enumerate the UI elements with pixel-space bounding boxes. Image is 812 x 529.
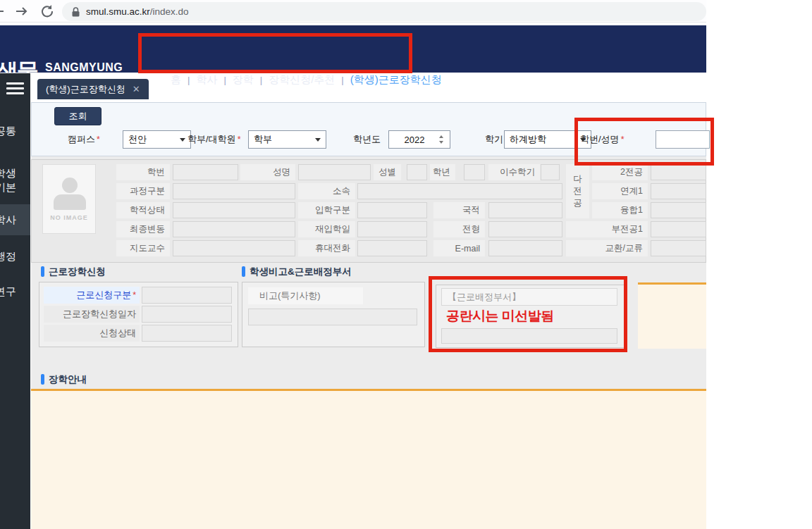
field-label-second-major: 2전공	[592, 164, 648, 180]
nav-separator: |	[187, 75, 190, 85]
field-label-last-change: 최종변동	[116, 221, 170, 237]
nav-item-janghak[interactable]: 장학	[233, 73, 254, 87]
student-query-input[interactable]	[656, 130, 710, 149]
url-text: smul.smu.ac.kr/index.do	[86, 6, 189, 17]
address-bar[interactable]: smul.smu.ac.kr/index.do	[62, 2, 706, 21]
section-title-work: 근로장학신청	[49, 266, 106, 278]
field-input-affiliation	[357, 183, 562, 199]
apply-date-input	[142, 306, 232, 323]
person-icon	[62, 178, 78, 193]
reload-icon[interactable]	[40, 4, 54, 18]
apply-type-label: 근로신청구분*	[44, 287, 140, 304]
app-header: 샘물 SANGMYUNG 통합정보시스템 홈 | 학사 | 장학 | 장학신청/…	[0, 25, 706, 73]
year-value: 2022	[405, 135, 425, 145]
field-input-enrollment-status	[173, 202, 295, 218]
field-input-admission-type	[357, 202, 427, 218]
field-input-convergence1	[651, 202, 706, 218]
sidebar-item-common[interactable]: 공통	[0, 124, 30, 138]
field-label-multi-major: 다전공	[566, 164, 589, 218]
field-label-linked1: 연계1	[592, 183, 648, 199]
tab-work-scholarship[interactable]: (학생)근로장학신청 ✕	[37, 79, 149, 99]
section-bar-icon	[41, 266, 44, 277]
field-label-minor1: 부전공1	[566, 221, 648, 237]
year-spinner[interactable]: 2022	[388, 130, 450, 149]
faculty-value: 학부	[254, 133, 272, 146]
field-label-completed-terms: 이수학기	[488, 164, 540, 180]
apply-status-input	[142, 325, 232, 342]
sidebar-item-research[interactable]: 연구	[0, 285, 30, 299]
url-path: /index.do	[150, 6, 189, 17]
section-title-guide: 장학안내	[49, 373, 87, 386]
field-label-gender: 성별	[374, 164, 401, 180]
section-title-remark: 학생비고&근로배정부서	[250, 266, 352, 278]
tab-close-icon[interactable]: ✕	[133, 84, 140, 94]
field-label-nationality: 국적	[433, 202, 485, 218]
field-label-email: E-mail	[433, 240, 485, 256]
remark-label: 비고(특기사항)	[248, 287, 363, 304]
home-icon	[154, 75, 164, 85]
field-label-student-no: 학번	[116, 164, 170, 180]
logo-title: SANGMYUNG	[45, 61, 123, 74]
hamburger-menu-icon[interactable]	[6, 82, 24, 97]
assigned-dept-header: 【근로배정부서】	[441, 288, 617, 306]
campus-value: 천안	[128, 133, 147, 146]
back-icon[interactable]	[0, 5, 5, 18]
field-label-readmission-date: 재입학일	[298, 221, 355, 237]
field-label-course-type: 과정구분	[116, 183, 170, 199]
field-input-mobile	[357, 240, 427, 256]
field-label-name: 성명	[240, 164, 295, 180]
sidebar-item-academics[interactable]: 학사	[0, 213, 30, 227]
field-label-enrollment-status: 학적상태	[116, 202, 170, 218]
term-label: 학기	[485, 133, 503, 146]
apply-type-input[interactable]	[142, 287, 232, 304]
forward-icon[interactable]	[15, 5, 29, 18]
field-label-affiliation: 소속	[298, 183, 355, 199]
sidebar: 공통 학생 기본 학사 행정 연구	[0, 73, 30, 529]
sidebar-item-student-basic[interactable]: 학생 기본	[0, 166, 30, 194]
field-input-exchange	[651, 240, 706, 256]
field-label-convergence1: 융합1	[592, 202, 648, 218]
student-query-label: 학번/성명*	[580, 133, 625, 146]
url-host: smul.smu.ac.kr	[86, 6, 150, 17]
field-input-advisor	[173, 240, 295, 256]
lock-icon	[72, 7, 80, 17]
nav-separator: |	[260, 75, 262, 85]
spinner-down-icon[interactable]	[439, 141, 443, 144]
browser-toolbar: smul.smu.ac.kr/index.do	[0, 0, 706, 23]
faculty-label: 학부/대학원*	[187, 133, 241, 146]
section-bar-icon	[242, 266, 245, 277]
required-mark: *	[97, 135, 100, 144]
annotation-dept-note: 공란시는 미선발됨	[446, 307, 554, 325]
nav-separator: |	[223, 75, 226, 85]
field-label-grade: 학년	[430, 164, 455, 180]
field-label-exchange: 교환/교류	[566, 240, 648, 256]
spinner-up-icon[interactable]	[439, 135, 443, 138]
remark-input[interactable]	[248, 309, 417, 325]
term-select[interactable]: 하계방학	[504, 130, 591, 149]
campus-select[interactable]: 천안	[123, 130, 191, 149]
apply-status-label: 신청상태	[44, 325, 140, 342]
nav-item-apply-recommend[interactable]: 장학신청/추천	[269, 73, 335, 87]
campus-label: 캠퍼스*	[68, 133, 100, 146]
nav-item-work-scholarship-active[interactable]: (학생)근로장학신청	[350, 73, 442, 87]
field-input-minor1	[651, 221, 706, 237]
field-input-nationality	[488, 202, 562, 218]
screen: smul.smu.ac.kr/index.do 샘물 SANGMYUNG 통합정…	[0, 0, 812, 529]
required-mark: *	[621, 135, 625, 144]
sidebar-item-admin[interactable]: 행정	[0, 249, 30, 263]
field-input-last-change	[173, 221, 295, 237]
photo-placeholder: NO IMAGE	[42, 164, 96, 234]
nav-item-haksa[interactable]: 학사	[196, 73, 217, 87]
nav-home[interactable]: 홈	[171, 73, 181, 87]
field-input-second-major	[651, 164, 706, 180]
faculty-select[interactable]: 학부	[248, 130, 326, 149]
field-label-mobile: 휴대전화	[298, 240, 355, 256]
field-input-linked1	[651, 183, 706, 199]
tab-label: (학생)근로장학신청	[46, 83, 125, 96]
side-notice-panel	[638, 282, 706, 349]
nav-separator: |	[341, 75, 343, 85]
year-label: 학년도	[353, 133, 381, 146]
search-button[interactable]: 조회	[54, 107, 102, 125]
term-value: 하계방학	[510, 133, 546, 146]
field-label-advisor: 지도교수	[116, 240, 170, 256]
